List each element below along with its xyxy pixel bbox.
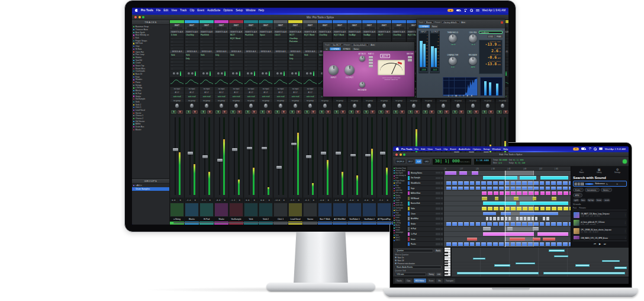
swing-value[interactable]: 100 [436,273,442,276]
track-lane[interactable] [444,171,571,176]
mute-button[interactable] [441,197,443,199]
audio-clip[interactable] [476,242,481,246]
audio-clip[interactable] [528,242,533,246]
knob-control[interactable] [469,57,477,65]
track-name-plate[interactable]: Click 1 [273,217,288,222]
mute-button[interactable] [441,172,443,174]
limiter-mode-buttons[interactable]: LOUDPEAK [487,35,503,38]
pan-knob[interactable] [442,104,446,108]
control-center-icon[interactable] [599,148,603,150]
comments-box[interactable] [185,203,198,216]
send-knob[interactable] [295,72,297,75]
preset-selector[interactable]: <factory default> [442,21,459,24]
track-lane[interactable] [444,216,571,222]
solo-button[interactable]: S [289,110,295,114]
audio-clip[interactable] [488,207,492,210]
audio-clip[interactable] [482,197,487,200]
audio-clip[interactable] [505,242,510,246]
menu-item-track[interactable]: Track [435,148,441,150]
audio-clip[interactable] [508,217,511,220]
comments-box[interactable] [318,203,331,216]
fader-handle[interactable] [291,143,297,146]
track-header[interactable]: Shake [407,222,443,227]
solo-button[interactable]: S [260,110,265,114]
audio-clip[interactable] [529,191,533,195]
audio-clip[interactable] [487,181,492,185]
splice-nav-home[interactable]: ⌂Home [579,168,584,174]
inst-chip[interactable] [379,27,384,29]
audio-clip[interactable] [551,242,556,246]
solo-button[interactable] [438,213,440,214]
record-enable-button[interactable] [436,238,437,240]
piano-keys[interactable] [444,248,452,277]
inst-chip[interactable] [207,27,212,29]
audio-clip[interactable] [546,242,550,246]
audio-clip[interactable] [523,207,527,210]
inst-chip[interactable] [355,27,360,29]
comments-box[interactable] [289,203,302,216]
menu-item-event[interactable]: Event [450,148,456,150]
grid-value-selector[interactable]: 1/16 note [395,273,426,276]
audio-clip[interactable] [569,191,571,195]
track-lane[interactable] [444,176,571,181]
sidebar-track-item[interactable]: Finger Snaps [394,180,406,182]
track-name-plate[interactable]: VoxRobot 2 [362,217,376,222]
audio-clip[interactable] [499,242,504,246]
mute-button[interactable]: M [503,110,508,114]
track-name-plate[interactable]: Verb 2 [259,217,273,222]
output-path-selector[interactable]: A 1-2 [244,91,257,95]
automation-mode-selector[interactable]: auto read [170,95,183,98]
status-chip-tracks[interactable]: Tracks [395,278,404,283]
audio-clip[interactable] [534,242,539,246]
edit-mode-spot[interactable]: SPOT [407,159,415,164]
status-chip-clips[interactable]: Clips [405,278,413,283]
automation-mode-selector[interactable]: auto read [230,95,243,98]
track-selector[interactable]: Vox MC77 [331,43,343,46]
audio-clip[interactable] [505,217,507,220]
solo-button[interactable]: S [245,110,250,114]
mute-button[interactable] [441,203,443,204]
audio-clip[interactable] [501,217,503,220]
audio-clip[interactable] [483,201,516,205]
audio-clip[interactable] [557,181,562,185]
record-enable-button[interactable] [436,223,437,225]
tag-chip[interactable]: bass [580,198,586,202]
send-knob[interactable] [310,72,312,75]
inst-chip[interactable] [281,27,286,29]
track-lane[interactable] [444,186,571,191]
audio-clip[interactable] [482,207,487,210]
automation-mode-selector[interactable]: auto read [289,95,302,98]
pan-knob[interactable] [323,104,327,108]
audio-clip[interactable] [511,222,516,226]
pan-knob[interactable] [220,104,224,108]
audio-clip[interactable] [522,222,527,226]
quantize-operation-selector[interactable]: Quantize [395,249,433,252]
mute-button[interactable] [441,238,443,240]
apple-menu-icon[interactable] [396,148,399,150]
audio-clip[interactable] [557,187,562,190]
inst-chip[interactable] [187,27,192,29]
track-lane[interactable] [444,242,571,247]
audio-clip[interactable] [458,242,463,246]
input-knob[interactable] [329,65,339,75]
mute-button[interactable]: M [355,110,360,114]
pan-knob[interactable] [501,104,505,108]
audio-clip[interactable] [452,187,457,190]
audio-clip[interactable] [569,207,571,210]
inst-chip[interactable] [192,27,197,29]
solo-button[interactable] [438,223,440,225]
battery-icon[interactable] [581,148,585,150]
audio-clip[interactable] [524,217,526,220]
midi-note[interactable] [494,264,510,267]
knob-control[interactable] [449,57,457,65]
track-name-plate[interactable]: Vocine [303,217,317,222]
battery-icon[interactable] [456,9,461,12]
limiter-mode-selector[interactable]: Loudness [479,31,503,34]
audio-clip[interactable] [501,212,511,216]
inst-chip[interactable] [296,27,301,29]
audio-clip[interactable] [520,201,568,205]
input-path-selector[interactable]: no input [230,87,243,91]
solo-button[interactable] [438,192,440,194]
output-path-selector[interactable]: A 1-2 [185,91,198,95]
audio-clip[interactable] [493,222,498,226]
